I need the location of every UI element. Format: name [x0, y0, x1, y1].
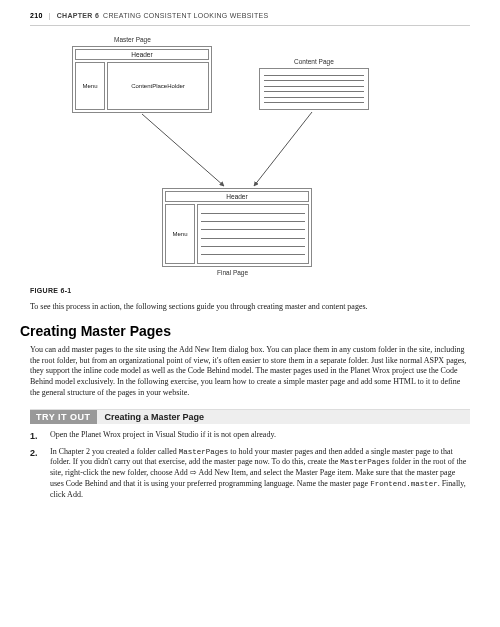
svg-line-0 [142, 114, 224, 186]
try-it-out-label: TRY IT OUT [30, 410, 97, 424]
master-cph-cell: ContentPlaceHolder [107, 62, 209, 110]
try-it-out-bar: TRY IT OUT Creating a Master Page [30, 409, 470, 424]
master-page-label: Master Page [114, 36, 151, 43]
running-header: 210 | CHAPTER 6 CREATING CONSISTENT LOOK… [0, 0, 500, 25]
step-2: In Chapter 2 you created a folder called… [30, 447, 470, 501]
final-page-box: Header Menu [162, 188, 312, 267]
final-header-cell: Header [165, 191, 309, 202]
master-page-box: Header Menu ContentPlaceHolder [72, 46, 212, 113]
step-1-text: Open the Planet Wrox project in Visual S… [50, 430, 276, 439]
master-header-cell: Header [75, 49, 209, 60]
section-heading: Creating Master Pages [20, 323, 500, 339]
final-page-label: Final Page [217, 269, 248, 276]
code-masterpages-2: MasterPages [340, 458, 390, 466]
header-separator: | [49, 12, 51, 19]
header-rule [30, 25, 470, 26]
content-page-label: Content Page [294, 58, 334, 65]
final-menu-cell: Menu [165, 204, 195, 264]
svg-line-1 [254, 112, 312, 186]
content-page-box [259, 68, 369, 110]
page-number: 210 [30, 12, 43, 19]
step-1: Open the Planet Wrox project in Visual S… [30, 430, 470, 441]
figure-6-1: Master Page Content Page Final Page Head… [54, 36, 470, 281]
section-paragraph: You can add master pages to the site usi… [30, 345, 470, 399]
try-it-out-title: Creating a Master Page [97, 410, 471, 424]
figure-caption: FIGURE 6-1 [30, 287, 500, 294]
chapter-title: CREATING CONSISTENT LOOKING WEBSITES [103, 12, 268, 19]
code-frontend-master: Frontend.master [370, 480, 438, 488]
master-menu-cell: Menu [75, 62, 105, 110]
chapter-label: CHAPTER 6 [57, 12, 99, 19]
steps-list: Open the Planet Wrox project in Visual S… [30, 430, 470, 501]
code-masterpages-1: MasterPages [179, 448, 229, 456]
intro-paragraph: To see this process in action, the follo… [30, 302, 470, 313]
final-content-cell [197, 204, 309, 264]
